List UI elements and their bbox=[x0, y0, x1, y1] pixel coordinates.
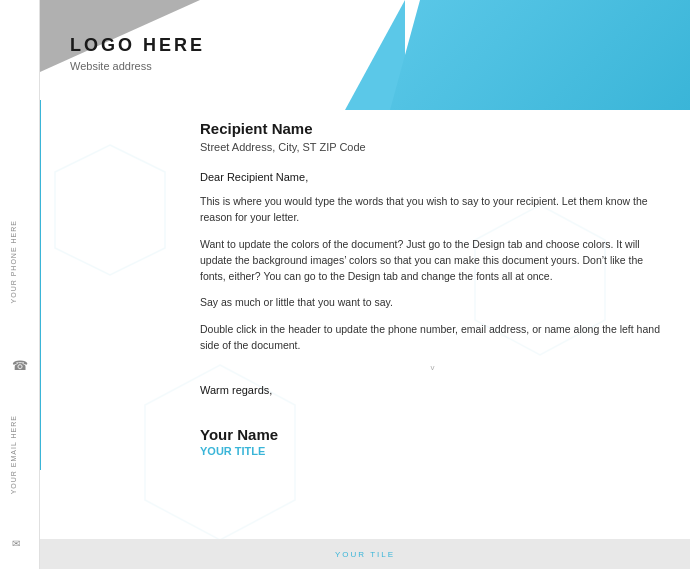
header-area: LOGO HERE Website address bbox=[40, 0, 690, 115]
sidebar-email-text: YOUR EMAIL HERE bbox=[10, 415, 17, 494]
email-icon: ✉ bbox=[12, 538, 26, 552]
body-paragraph-3: Say as much or little that you want to s… bbox=[200, 294, 665, 310]
body-paragraph-1: This is where you would type the words t… bbox=[200, 193, 665, 226]
letter-body: Recipient Name Street Address, City, ST … bbox=[190, 120, 675, 569]
website-address: Website address bbox=[70, 60, 670, 72]
recipient-address: Street Address, City, ST ZIP Code bbox=[200, 141, 665, 153]
sender-title: YOUR TITLE bbox=[200, 445, 665, 457]
footer-title: YOUR TILe bbox=[335, 550, 395, 559]
main-content: LOGO HERE Website address Recipient Name… bbox=[40, 0, 690, 569]
chevron-marker: v bbox=[200, 363, 665, 372]
recipient-name: Recipient Name bbox=[200, 120, 665, 137]
sender-name: Your Name bbox=[200, 426, 665, 443]
logo-text: LOGO HERE bbox=[70, 35, 670, 56]
page-container: YOUR PHONE HERE ☎ YOUR EMAIL HERE ✉ LOGO… bbox=[0, 0, 690, 569]
phone-icon: ☎ bbox=[12, 358, 26, 372]
body-paragraph-4: Double click in the header to update the… bbox=[200, 321, 665, 354]
sidebar-phone-text: YOUR PHONE HERE bbox=[10, 220, 17, 303]
closing: Warm regards, bbox=[200, 384, 665, 396]
bottom-footer: YOUR TILe bbox=[40, 539, 690, 569]
salutation: Dear Recipient Name, bbox=[200, 171, 665, 183]
left-sidebar: YOUR PHONE HERE ☎ YOUR EMAIL HERE ✉ bbox=[0, 0, 40, 569]
body-paragraph-2: Want to update the colors of the documen… bbox=[200, 236, 665, 285]
